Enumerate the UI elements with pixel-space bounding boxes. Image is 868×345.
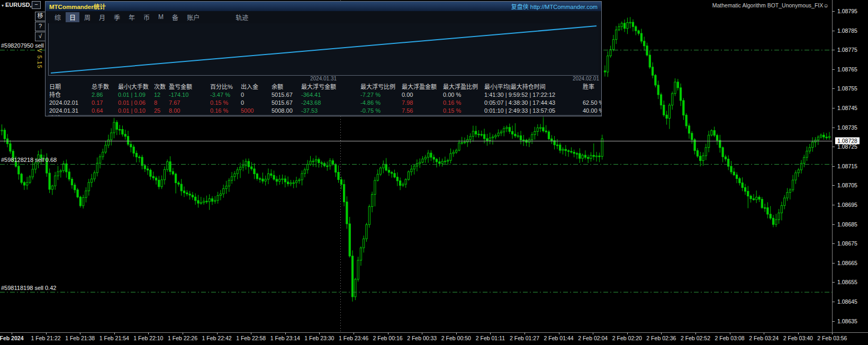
time-tick <box>661 333 662 334</box>
table-cell: 0.16 % <box>442 115 483 116</box>
time-tick <box>559 333 559 334</box>
table-cell: -7.27 % <box>359 91 401 99</box>
table-cell: -364.41 <box>300 115 359 116</box>
price-label: 1.08765 <box>837 66 857 72</box>
table-cell: 5000 <box>240 115 270 116</box>
time-label: 1 Feb 23:46 <box>339 335 368 341</box>
price-tick <box>833 108 835 108</box>
column-header: 胜率 <box>582 83 602 91</box>
table-cell <box>117 115 153 116</box>
table-cell <box>582 91 602 99</box>
help-button[interactable]: ? <box>35 22 46 31</box>
time-tick <box>798 333 799 334</box>
tab-综[interactable]: 综 <box>51 12 65 22</box>
time-tick <box>593 333 593 334</box>
confirm-button[interactable]: √ <box>35 32 46 41</box>
time-label: 2 Feb 03:24 <box>749 335 779 341</box>
tab-备[interactable]: 备 <box>168 12 182 22</box>
time-tick <box>627 333 628 334</box>
table-cell: 8.00 <box>168 107 209 115</box>
table-cell: -243.68 <box>300 99 359 107</box>
table-cell: -7.27 % <box>359 115 401 116</box>
price-tick <box>833 128 835 128</box>
tab-周[interactable]: 周 <box>80 12 94 22</box>
time-label: 2 Feb 01:11 <box>476 335 505 341</box>
table-cell: 0.00 % <box>442 91 483 99</box>
table-cell: 3.67 <box>91 115 117 116</box>
table-cell: 持仓 <box>48 91 91 99</box>
table-cell: -37.53 <box>300 107 359 115</box>
ea-watermark: Mathematic Algorithm BOT_Unonymous_FIX☺ <box>712 2 829 8</box>
table-cell: -4.86 % <box>359 99 401 107</box>
price-label: 1.08785 <box>837 28 857 34</box>
table-cell: 7.98 <box>401 99 442 107</box>
table-cell: -158.43 <box>168 115 209 116</box>
table-cell: 5000 <box>240 107 270 115</box>
column-header: 最大浮亏金额 <box>300 83 359 91</box>
time-label: 2 Feb 02:04 <box>578 335 608 341</box>
table-row[interactable]: 持仓2.860.01 | 1.0912-174.10-3.47 %05015.6… <box>48 91 602 99</box>
time-label: 2 Feb 02:52 <box>681 335 710 341</box>
time-tick <box>251 333 251 334</box>
equity-chart-dates: 2024.01.31 2024.02.01 <box>46 76 601 83</box>
time-tick <box>12 333 12 334</box>
table-cell: 7.56 <box>401 107 442 115</box>
table-row[interactable]: 合计3.67-158.43-3.17 %5000-364.41-7.27 %7.… <box>48 115 602 116</box>
minimize-button[interactable]: − <box>32 1 41 9</box>
panel-titlebar[interactable]: MTCommander统计 复盘侠 http://MTCommander.com <box>46 2 601 11</box>
table-cell: 0:05:07 | 4:38:30 | 17:44:43 <box>483 99 582 107</box>
tab-币[interactable]: 币 <box>140 12 153 22</box>
time-tick <box>80 333 80 334</box>
tab-轨迹[interactable]: 轨迹 <box>232 12 252 22</box>
price-tick <box>833 282 835 283</box>
table-cell: 0.15 % <box>209 99 240 107</box>
price-axis[interactable]: 1.087951.087851.087751.087651.087551.087… <box>832 0 868 332</box>
table-cell: -3.47 % <box>209 91 240 99</box>
time-tick <box>46 333 47 334</box>
column-header: 最大浮亏比例 <box>359 83 401 91</box>
price-tick <box>833 321 835 322</box>
time-label: 2 Feb 01:44 <box>544 335 574 341</box>
time-tick <box>695 333 696 334</box>
time-axis[interactable]: Feb 20241 Feb 21:221 Feb 21:381 Feb 21:5… <box>0 332 868 345</box>
table-cell: 0.16 % <box>209 107 240 115</box>
time-tick <box>183 333 183 334</box>
price-tick <box>833 185 835 186</box>
price-label: 1.08635 <box>837 318 857 324</box>
table-cell <box>270 115 300 116</box>
tab-日[interactable]: 日 <box>66 12 79 22</box>
move-button[interactable]: 移 <box>35 12 46 21</box>
tab-月[interactable]: 月 <box>95 12 109 22</box>
table-cell: 0.17 <box>91 99 117 107</box>
panel-link[interactable]: 复盘侠 http://MTCommander.com <box>511 2 598 11</box>
table-cell: 1:41:30 | 9:59:52 | 17:22:12 <box>483 91 582 99</box>
time-label: 1 Feb 23:30 <box>304 335 334 341</box>
table-row[interactable]: 2024.01.310.640.01 | 0.10258.000.16 %500… <box>48 107 602 115</box>
time-label: 1 Feb 22:58 <box>236 335 266 341</box>
time-label: 2 Feb 01:27 <box>510 335 539 341</box>
time-label: 2 Feb 03:56 <box>817 335 847 341</box>
table-cell: -364.41 <box>300 91 359 99</box>
price-tick <box>833 243 835 244</box>
table-row[interactable]: 2024.02.010.170.01 | 0.0687.670.15 %0501… <box>48 99 602 107</box>
time-label: 1 Feb 22:42 <box>202 335 232 341</box>
equity-line <box>51 26 596 73</box>
tab-账户[interactable]: 账户 <box>183 12 203 22</box>
column-header: 最小|大手数 <box>117 83 153 91</box>
column-header: 最大浮盈金额 <box>401 83 442 91</box>
table-cell: 7.98 <box>401 115 442 116</box>
time-label: 2 Feb 03:40 <box>783 335 813 341</box>
price-label: 1.08665 <box>837 260 857 266</box>
time-tick <box>422 333 422 334</box>
panel-tab-bar: 综日周月季年币M备账户轨迹 <box>46 11 601 22</box>
time-tick <box>148 333 149 334</box>
tab-年[interactable]: 年 <box>125 12 139 22</box>
table-cell: 2024.01.31 <box>48 107 91 115</box>
time-label: 2 Feb 00:16 <box>373 335 403 341</box>
tab-季[interactable]: 季 <box>110 12 124 22</box>
time-tick <box>217 333 218 334</box>
time-label: 1 Feb 22:26 <box>168 335 197 341</box>
tab-M[interactable]: M <box>155 13 167 21</box>
statistics-table: 日期总手数最小|大手数次数盈亏金额百分比%出入金余额最大浮亏金额最大浮亏比例最大… <box>48 83 602 116</box>
time-tick <box>490 333 491 334</box>
